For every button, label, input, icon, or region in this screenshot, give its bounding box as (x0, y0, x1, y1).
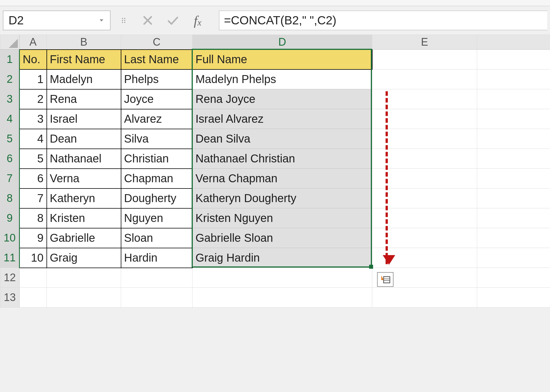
cell-A11[interactable]: 10 (20, 248, 47, 268)
cell-E13[interactable] (372, 288, 477, 308)
cell-E10[interactable] (372, 228, 477, 248)
column-header-E[interactable]: E (372, 35, 477, 50)
cell-D6[interactable]: Nathanael Christian (192, 149, 372, 169)
cell-C11[interactable]: Hardin (121, 248, 192, 268)
cell-E1[interactable] (372, 50, 477, 69)
cell-B12[interactable] (47, 268, 121, 288)
row-header-9[interactable]: 9 (0, 208, 20, 228)
row-header-1[interactable]: 1 (0, 50, 20, 69)
cell-F12[interactable] (477, 268, 550, 288)
select-all-corner[interactable] (0, 35, 20, 50)
formula-bar-resize-handle[interactable] (120, 12, 128, 29)
enter-formula-button[interactable] (163, 12, 183, 29)
spreadsheet-grid[interactable]: A B C D E 1 No. First Name Last Name Ful… (0, 35, 550, 308)
cell-A3[interactable]: 2 (20, 89, 47, 109)
cell-F9[interactable] (477, 208, 550, 228)
row-header-5[interactable]: 5 (0, 129, 20, 149)
row-header-3[interactable]: 3 (0, 89, 20, 109)
cell-E9[interactable] (372, 208, 477, 228)
cell-C6[interactable]: Christian (121, 149, 192, 169)
cell-C12[interactable] (121, 268, 192, 288)
row-header-7[interactable]: 7 (0, 169, 20, 188)
cell-D8[interactable]: Katheryn Dougherty (192, 188, 372, 208)
cell-D3[interactable]: Rena Joyce (192, 89, 372, 109)
row-header-10[interactable]: 10 (0, 228, 20, 248)
cell-F8[interactable] (477, 188, 550, 208)
cell-A1[interactable]: No. (20, 50, 47, 69)
cell-E2[interactable] (372, 69, 477, 89)
cell-C7[interactable]: Chapman (121, 169, 192, 188)
cell-E3[interactable] (372, 89, 477, 109)
cell-F4[interactable] (477, 109, 550, 129)
cell-B7[interactable]: Verna (47, 169, 121, 188)
cell-D1[interactable]: Full Name (192, 50, 372, 69)
cell-F3[interactable] (477, 89, 550, 109)
cell-E8[interactable] (372, 188, 477, 208)
cell-C3[interactable]: Joyce (121, 89, 192, 109)
cell-B2[interactable]: Madelyn (47, 69, 121, 89)
cell-A5[interactable]: 4 (20, 129, 47, 149)
cell-E4[interactable] (372, 109, 477, 129)
cell-A7[interactable]: 6 (20, 169, 47, 188)
cell-C1[interactable]: Last Name (121, 50, 192, 69)
cell-C2[interactable]: Phelps (121, 69, 192, 89)
name-box-dropdown-icon[interactable] (97, 16, 106, 25)
row-header-8[interactable]: 8 (0, 188, 20, 208)
cell-B10[interactable]: Gabrielle (47, 228, 121, 248)
cell-A9[interactable]: 8 (20, 208, 47, 228)
cell-B6[interactable]: Nathanael (47, 149, 121, 169)
cell-A8[interactable]: 7 (20, 188, 47, 208)
insert-function-button[interactable]: fx (188, 12, 208, 29)
cell-C10[interactable]: Sloan (121, 228, 192, 248)
row-header-2[interactable]: 2 (0, 69, 20, 89)
column-header-A[interactable]: A (20, 35, 47, 50)
formula-bar-input[interactable]: =CONCAT(B2," ",C2) (219, 10, 547, 30)
cell-A13[interactable] (20, 288, 47, 308)
cell-F6[interactable] (477, 149, 550, 169)
cell-D5[interactable]: Dean Silva (192, 129, 372, 149)
cell-D4[interactable]: Israel Alvarez (192, 109, 372, 129)
column-header-C[interactable]: C (121, 35, 192, 50)
cell-C9[interactable]: Nguyen (121, 208, 192, 228)
cell-F13[interactable] (477, 288, 550, 308)
cell-D13[interactable] (192, 288, 372, 308)
cell-A2[interactable]: 1 (20, 69, 47, 89)
cell-C13[interactable] (121, 288, 192, 308)
cell-A10[interactable]: 9 (20, 228, 47, 248)
cell-F7[interactable] (477, 169, 550, 188)
cell-D2[interactable]: Madelyn Phelps (192, 69, 372, 89)
row-header-12[interactable]: 12 (0, 268, 20, 288)
column-header-B[interactable]: B (47, 35, 121, 50)
row-header-6[interactable]: 6 (0, 149, 20, 169)
cell-A6[interactable]: 5 (20, 149, 47, 169)
row-header-13[interactable]: 13 (0, 288, 20, 308)
cell-D10[interactable]: Gabrielle Sloan (192, 228, 372, 248)
name-box[interactable]: D2 (3, 10, 111, 30)
cell-D9[interactable]: Kristen Nguyen (192, 208, 372, 228)
cell-D12[interactable] (192, 268, 372, 288)
cell-B9[interactable]: Kristen (47, 208, 121, 228)
cell-B8[interactable]: Katheryn (47, 188, 121, 208)
cell-F1[interactable] (477, 50, 550, 69)
autofill-options-button[interactable] (377, 272, 394, 287)
cell-A4[interactable]: 3 (20, 109, 47, 129)
column-header-F[interactable] (477, 35, 550, 50)
cell-B11[interactable]: Graig (47, 248, 121, 268)
row-header-4[interactable]: 4 (0, 109, 20, 129)
cell-C4[interactable]: Alvarez (121, 109, 192, 129)
cell-B5[interactable]: Dean (47, 129, 121, 149)
column-header-D[interactable]: D (192, 35, 372, 50)
cell-E5[interactable] (372, 129, 477, 149)
cell-B13[interactable] (47, 288, 121, 308)
cell-B1[interactable]: First Name (47, 50, 121, 69)
cell-F11[interactable] (477, 248, 550, 268)
cell-D7[interactable]: Verna Chapman (192, 169, 372, 188)
cell-F2[interactable] (477, 69, 550, 89)
row-header-11[interactable]: 11 (0, 248, 20, 268)
cell-E7[interactable] (372, 169, 477, 188)
cell-C5[interactable]: Silva (121, 129, 192, 149)
cell-A12[interactable] (20, 268, 47, 288)
cell-B4[interactable]: Israel (47, 109, 121, 129)
cell-D11[interactable]: Graig Hardin (192, 248, 372, 268)
cell-B3[interactable]: Rena (47, 89, 121, 109)
